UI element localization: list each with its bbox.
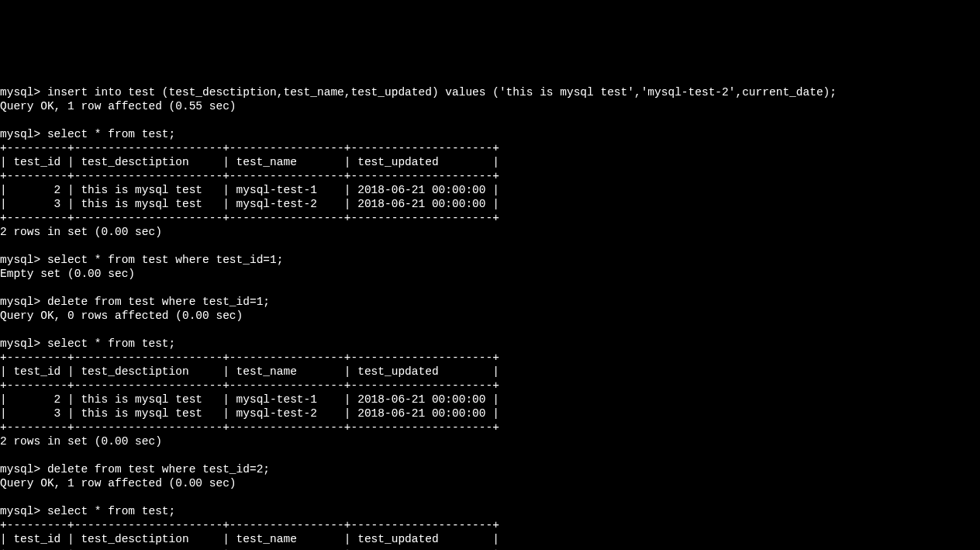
table-header: | test_id | test_desctiption | test_name… (0, 156, 499, 168)
result-line: 2 rows in set (0.00 sec) (0, 226, 162, 238)
result-line: Empty set (0.00 sec) (0, 268, 135, 280)
prompt-line: mysql> insert into test (test_desctiptio… (0, 86, 837, 99)
prompt: mysql> (0, 128, 47, 140)
prompt: mysql> (0, 296, 47, 308)
table-border: +---------+----------------------+------… (0, 379, 499, 392)
table-border: +---------+----------------------+------… (0, 142, 499, 154)
prompt-line: mysql> select * from test where test_id=… (0, 254, 283, 266)
table-border: +---------+----------------------+------… (0, 519, 499, 531)
sql-select-where: select * from test where test_id=1; (47, 254, 284, 266)
result-line: Query OK, 1 row affected (0.00 sec) (0, 477, 236, 489)
table-row: | 3 | this is mysql test | mysql-test-2 … (0, 198, 499, 210)
table-row: | 2 | this is mysql test | mysql-test-1 … (0, 393, 499, 406)
prompt: mysql> (0, 86, 47, 99)
prompt: mysql> (0, 463, 47, 476)
table-border: +---------+----------------------+------… (0, 212, 499, 224)
prompt-line: mysql> delete from test where test_id=2; (0, 463, 270, 476)
prompt: mysql> (0, 505, 47, 517)
sql-select: select * from test; (47, 337, 175, 350)
prompt-line: mysql> select * from test; (0, 505, 175, 517)
table-border: +---------+----------------------+------… (0, 170, 499, 182)
prompt: mysql> (0, 254, 47, 266)
result-line: 2 rows in set (0.00 sec) (0, 435, 162, 448)
result-line: Query OK, 0 rows affected (0.00 sec) (0, 310, 243, 322)
sql-delete: delete from test where test_id=1; (47, 296, 270, 308)
sql-delete: delete from test where test_id=2; (47, 463, 270, 476)
prompt-line: mysql> delete from test where test_id=1; (0, 296, 270, 308)
table-header: | test_id | test_desctiption | test_name… (0, 533, 499, 545)
prompt-line: mysql> select * from test; (0, 128, 175, 140)
result-line: Query OK, 1 row affected (0.55 sec) (0, 100, 236, 112)
table-border: +---------+----------------------+------… (0, 547, 499, 550)
table-border: +---------+----------------------+------… (0, 351, 499, 364)
table-header: | test_id | test_desctiption | test_name… (0, 365, 499, 378)
sql-select: select * from test; (47, 128, 175, 140)
terminal[interactable]: mysql> insert into test (test_desctiptio… (0, 70, 980, 550)
table-row: | 2 | this is mysql test | mysql-test-1 … (0, 184, 499, 196)
sql-insert: insert into test (test_desctiption,test_… (47, 86, 837, 99)
table-row: | 3 | this is mysql test | mysql-test-2 … (0, 407, 499, 420)
table-border: +---------+----------------------+------… (0, 421, 499, 434)
prompt-line: mysql> select * from test; (0, 337, 175, 350)
prompt: mysql> (0, 337, 47, 350)
sql-select: select * from test; (47, 505, 175, 517)
